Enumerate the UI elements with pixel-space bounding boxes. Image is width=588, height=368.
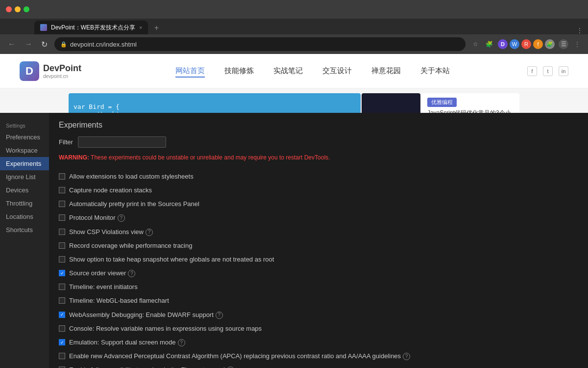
experiment-item: Capture node creation stacks (59, 184, 578, 197)
experiment-checkbox-apca[interactable] (59, 353, 65, 359)
experiment-checkbox-timeline-webgl[interactable] (59, 297, 65, 304)
experiment-checkbox-node-creation[interactable] (59, 187, 65, 193)
tag-label: 优雅编程 (427, 98, 457, 107)
experiment-item: Source order viewer? (59, 266, 578, 280)
experiment-item: WebAssembly Debugging: Enable DWARF supp… (59, 308, 578, 322)
sidebar-item-workspace[interactable]: Workspace (0, 144, 49, 157)
filter-label: Filter (59, 138, 73, 146)
experiment-label-emulation-dual: Emulation: Support dual screen mode? (69, 338, 185, 347)
experiment-label-timeline-webgl: Timeline: WebGL-based flamechart (69, 296, 169, 305)
experiment-help-source-order[interactable]: ? (128, 270, 135, 277)
facebook-icon[interactable]: f (527, 66, 537, 76)
address-bar[interactable]: 🔒 devpoint.cn/index.shtml (54, 37, 466, 51)
browser-toolbar: ← → ↻ 🔒 devpoint.cn/index.shtml ☆ 🧩 D W … (0, 34, 588, 54)
experiment-label-timeline-initiators: Timeline: event initiators (69, 283, 138, 291)
ext-purple-icon[interactable]: D (498, 39, 508, 49)
twitter-icon[interactable]: t (543, 66, 553, 76)
forward-button[interactable]: → (23, 38, 34, 51)
experiment-label-record-coverage: Record coverage while performance tracin… (69, 241, 192, 250)
sidebar-item-ignore-list[interactable]: Ignore List (0, 170, 49, 184)
devtools-overlay: Settings Preferences Workspace Experimen… (0, 113, 588, 368)
experiment-checkbox-source-order[interactable] (59, 270, 65, 276)
ext-icon-3[interactable]: f (533, 39, 543, 49)
browser-menu-icon[interactable]: ⋮ (576, 26, 583, 34)
experiment-label-heap-snapshot: Show option to take heap snapshot where … (69, 255, 274, 264)
logo-text: DevPoint devpoint.cn (43, 63, 81, 79)
experiment-checkbox-emulation-dual[interactable] (59, 339, 65, 345)
nav-home[interactable]: 网站首页 (175, 64, 205, 78)
warning-label: WARNING: (59, 154, 89, 161)
browser-menu-dots[interactable]: ⋮ (572, 39, 582, 49)
experiment-label-protocol-monitor: Protocol Monitor? (69, 213, 125, 222)
warning-text: WARNING: These experiments could be unst… (59, 154, 578, 162)
experiment-help-emulation-dual[interactable]: ? (178, 339, 185, 346)
linkedin-icon[interactable]: in (559, 66, 568, 76)
experiment-checkbox-record-coverage[interactable] (59, 242, 65, 249)
experiment-checkbox-webassembly-debug[interactable] (59, 312, 65, 318)
nav-notes[interactable]: 实战笔记 (273, 64, 303, 78)
site-nav: 网站首页 技能修炼 实战笔记 交互设计 禅意花园 关于本站 (98, 64, 527, 78)
experiment-help-csp-violations[interactable]: ? (146, 229, 153, 236)
filter-input[interactable] (78, 136, 166, 148)
experiment-label-console-resolve: Console: Resolve variable names in expre… (69, 324, 262, 333)
sidebar-item-preferences[interactable]: Preferences (0, 131, 49, 144)
experiment-label-ext-stylesheets: Allow extensions to load custom styleshe… (69, 172, 194, 181)
experiment-help-apca[interactable]: ? (403, 353, 410, 360)
tab-close-button[interactable]: × (139, 25, 142, 30)
refresh-button[interactable]: ↻ (39, 38, 49, 51)
nav-garden[interactable]: 禅意花园 (371, 64, 401, 78)
warning-body: These experiments could be unstable or u… (89, 154, 330, 161)
ext-icon-2[interactable]: R (521, 39, 531, 49)
tab-favicon-icon (40, 24, 47, 31)
experiment-checkbox-console-resolve[interactable] (59, 325, 65, 332)
maximize-window-button[interactable] (24, 6, 29, 12)
sidebar-item-experiments[interactable]: Experiments (0, 157, 49, 170)
sidebar-item-devices[interactable]: Devices (0, 184, 49, 197)
devtools-sidebar: Settings Preferences Workspace Experimen… (0, 113, 49, 368)
experiment-help-webassembly-debug[interactable]: ? (216, 312, 223, 319)
sidebar-item-locations[interactable]: Locations (0, 210, 49, 223)
experiment-item: Emulation: Support dual screen mode? (59, 336, 578, 349)
experiment-item: Show option to take heap snapshot where … (59, 253, 578, 266)
minimize-window-button[interactable] (15, 6, 21, 12)
experiment-checkbox-ext-stylesheets[interactable] (59, 173, 65, 180)
close-window-button[interactable] (6, 6, 12, 12)
experiment-checkbox-csp-violations[interactable] (59, 229, 65, 235)
browser-titlebar (0, 0, 588, 19)
tab-right-controls: ⋮ (571, 26, 588, 34)
experiment-checkbox-protocol-monitor[interactable] (59, 214, 65, 221)
tab-bar: DevPoint：WEB开发技术点分享 × + ⋮ (0, 19, 588, 34)
new-tab-button[interactable]: + (150, 22, 163, 34)
site-logo: D DevPoint devpoint.cn (20, 61, 98, 81)
experiment-checkbox-pretty-print[interactable] (59, 201, 65, 207)
back-button[interactable]: ← (6, 38, 18, 51)
experiment-label-node-creation: Capture node creation stacks (69, 186, 152, 195)
experiment-label-csp-violations: Show CSP Violations view? (69, 228, 153, 237)
devtools-body: Settings Preferences Workspace Experimen… (0, 113, 588, 368)
traffic-lights (6, 6, 29, 12)
ext-icon-1[interactable]: W (510, 39, 519, 49)
extension-icons: D W R f 🧩 (498, 39, 555, 49)
nav-skills[interactable]: 技能修炼 (224, 64, 254, 78)
experiment-checkbox-timeline-initiators[interactable] (59, 284, 65, 290)
bookmark-icon[interactable]: ☆ (470, 39, 480, 49)
devtools-main: Experiments Filter WARNING: These experi… (49, 113, 588, 368)
nav-about[interactable]: 关于本站 (420, 64, 450, 78)
section-title: Experiments (59, 121, 578, 130)
experiment-help-protocol-monitor[interactable]: ? (118, 214, 125, 222)
logo-sub: devpoint.cn (43, 74, 81, 79)
experiment-label-accessibility-tree: Enable full accessibility tree view in t… (69, 366, 234, 368)
experiment-label-apca: Enable new Advanced Perceptual Contrast … (69, 352, 410, 361)
sidebar-item-throttling[interactable]: Throttling (0, 197, 49, 210)
experiment-item: Timeline: event initiators (59, 280, 578, 294)
extensions-icon[interactable]: 🧩 (484, 39, 494, 49)
nav-design[interactable]: 交互设计 (322, 64, 352, 78)
experiment-item: Enable new Advanced Perceptual Contrast … (59, 349, 578, 363)
experiment-checkbox-heap-snapshot[interactable] (59, 256, 65, 263)
sidebar-item-shortcuts[interactable]: Shortcuts (0, 223, 49, 237)
active-browser-tab[interactable]: DevPoint：WEB开发技术点分享 × (34, 21, 148, 34)
experiment-label-webassembly-debug: WebAssembly Debugging: Enable DWARF supp… (69, 311, 223, 319)
ext-icon-4[interactable]: 🧩 (545, 39, 555, 49)
experiments-list: Allow extensions to load custom styleshe… (59, 170, 578, 368)
profile-icon[interactable]: ☰ (559, 39, 568, 49)
